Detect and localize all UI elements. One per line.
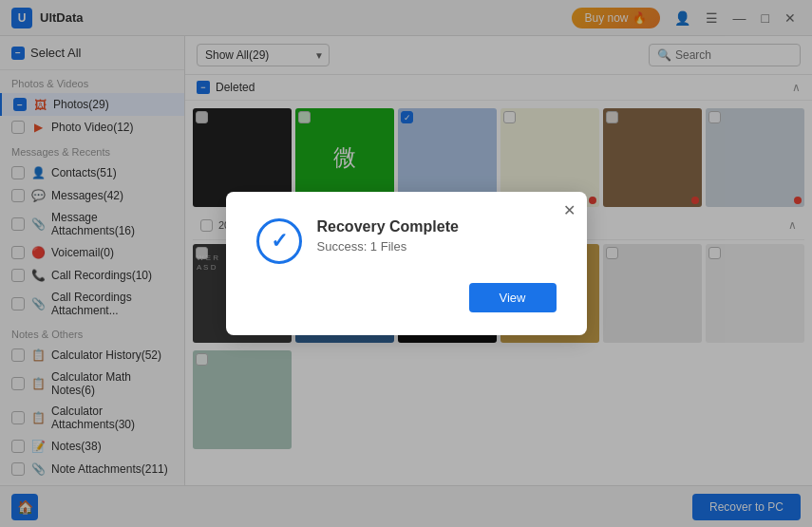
modal-text: Recovery Complete Success: 1 Files xyxy=(317,218,459,254)
modal-footer: View xyxy=(256,283,557,312)
success-check-icon xyxy=(256,218,302,264)
modal-overlay: ✕ Recovery Complete Success: 1 Files Vie… xyxy=(0,0,812,527)
modal-title: Recovery Complete xyxy=(317,218,459,235)
recovery-modal: ✕ Recovery Complete Success: 1 Files Vie… xyxy=(226,192,587,335)
modal-subtitle: Success: 1 Files xyxy=(317,239,459,254)
modal-close-button[interactable]: ✕ xyxy=(563,201,576,219)
modal-body: Recovery Complete Success: 1 Files xyxy=(256,218,557,264)
modal-view-button[interactable]: View xyxy=(469,283,557,312)
